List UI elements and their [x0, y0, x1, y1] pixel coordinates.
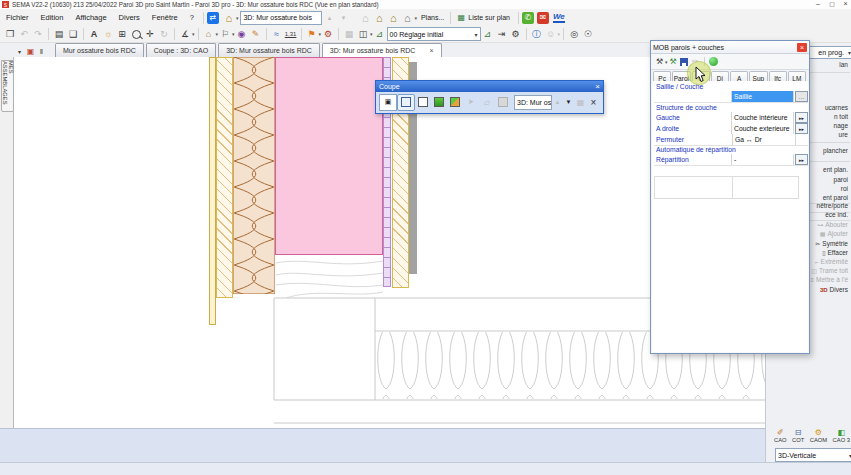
- rotate-view-icon[interactable]: ↻: [157, 27, 171, 41]
- menu-divers[interactable]: Divers: [113, 13, 146, 22]
- cao3d-mode-button[interactable]: ◧CAO 3: [833, 428, 850, 443]
- marker-pen-icon[interactable]: ✎: [249, 27, 263, 41]
- we-logo[interactable]: We: [553, 12, 565, 23]
- brightness-icon[interactable]: ☼: [101, 27, 115, 41]
- tool-ajouter[interactable]: ▦Ajouter: [820, 229, 848, 238]
- saillie-value-selected[interactable]: Saillie: [731, 91, 794, 102]
- cot-mode-button[interactable]: ⊟COT: [792, 428, 804, 443]
- sidebar-item-fenetre-porte[interactable]: nêtre/porte: [817, 201, 848, 210]
- sidebar-item-nage[interactable]: nage: [834, 121, 848, 130]
- info-panel-icon[interactable]: ⓘ: [530, 27, 544, 41]
- view-down-icon[interactable]: ▼: [336, 11, 350, 25]
- sidebar-item-paroi-2[interactable]: roi: [841, 184, 848, 193]
- axes-3d-export-icon[interactable]: ⊿: [481, 27, 495, 41]
- sidebar-item-ure[interactable]: ure: [839, 130, 848, 139]
- tool-effacer[interactable]: ▯Effacer: [822, 248, 848, 257]
- teamviewer-icon[interactable]: ⇄: [207, 12, 219, 24]
- storey-icon-1[interactable]: ⌂: [358, 11, 372, 25]
- export-icon[interactable]: ⇥: [495, 27, 509, 41]
- saillie-more-button[interactable]: …: [795, 91, 808, 102]
- snap-options-icon[interactable]: ☉: [581, 27, 595, 41]
- settings-gear-icon[interactable]: ⚙: [509, 27, 523, 41]
- axes-3d-icon[interactable]: ⊿: [373, 27, 387, 41]
- menu-affichage[interactable]: Affichage: [69, 13, 112, 22]
- repartition-value[interactable]: -: [731, 154, 794, 165]
- tab-coupe-3d-cao[interactable]: Coupe : 3D: CAO: [146, 43, 216, 57]
- storey-add-dropdown-arrow[interactable]: ▾: [414, 15, 417, 21]
- tool-trame-toit[interactable]: ◫Trame toit: [811, 266, 848, 275]
- measure-angle-icon[interactable]: ∡: [178, 27, 192, 41]
- assemblies-vertical-tab[interactable]: MES ASSEMBLAGES: [1, 60, 14, 112]
- minimize-button[interactable]: –: [812, 0, 824, 9]
- storey-icon-3[interactable]: ⌂: [386, 11, 400, 25]
- phone-support-icon[interactable]: ✆: [522, 12, 534, 24]
- sidebar-item-pan-toit[interactable]: n toit: [834, 112, 848, 121]
- tab-3d-mur-ossature-1[interactable]: 3D: Mur ossature bois RDC: [218, 43, 320, 57]
- coupe-title-bar[interactable]: Coupe ×: [376, 81, 603, 92]
- cao-mode-button[interactable]: ✐CAO: [774, 428, 787, 443]
- caom-mode-button[interactable]: ⚙CAOM: [810, 428, 827, 443]
- sidebar-item-element-plan[interactable]: ent plan.: [823, 165, 848, 174]
- tool-mettre-a-l[interactable]: ≡Mettre à l'é: [811, 275, 848, 284]
- redo-icon[interactable]: ↷: [31, 27, 45, 41]
- save-view-icon[interactable]: ▦: [342, 27, 356, 41]
- pan-move-icon[interactable]: ✛: [143, 27, 157, 41]
- view-mode-combo[interactable]: 3D-Verticale ▾: [775, 448, 851, 462]
- view-up-icon[interactable]: ▲: [322, 11, 336, 25]
- building-view-icon[interactable]: ⌂: [202, 27, 216, 41]
- coupe-close-icon[interactable]: ×: [595, 82, 600, 91]
- measure-dropdown-arrow[interactable]: ▾: [192, 31, 195, 37]
- close-button[interactable]: ×: [840, 0, 851, 9]
- view-selector-combo[interactable]: 3D: Mur ossature bois: [240, 11, 322, 25]
- coupe-select-box-icon[interactable]: ▣: [379, 94, 397, 111]
- menu-fichier[interactable]: Fichier: [0, 13, 35, 22]
- coupe-eraser-icon-disabled[interactable]: ▱: [479, 95, 495, 110]
- split-view-icon[interactable]: ‖: [36, 46, 47, 57]
- coupe-arrow-icon-disabled[interactable]: ➤: [463, 95, 479, 110]
- orange-flag-icon[interactable]: ⚑: [305, 27, 319, 41]
- plan-flag-icon[interactable]: ⚐: [218, 27, 232, 41]
- dialog-tool-icon-2[interactable]: ⚒: [668, 56, 679, 67]
- dialog-save-icon[interactable]: [679, 56, 690, 67]
- coupe-view-combo[interactable]: 3D: Mur ossature boi: [514, 95, 552, 110]
- a-droite-expand-button[interactable]: ▸▸: [795, 123, 808, 134]
- polyline-measure-icon[interactable]: ≈: [270, 27, 284, 41]
- a-droite-value[interactable]: Couche exterieure: [731, 123, 794, 134]
- zoom-page-icon[interactable]: ⊞: [115, 27, 129, 41]
- sidebar-item-piece-ind[interactable]: èce ind.: [825, 210, 848, 219]
- tab-list-dropdown-icon[interactable]: ▾: [14, 46, 25, 57]
- repartition-expand-button[interactable]: ▸▸: [795, 154, 808, 165]
- gauche-expand-button[interactable]: ▸▸: [795, 112, 808, 123]
- print-icon[interactable]: ▤: [52, 27, 66, 41]
- dialog-apply-green-icon[interactable]: [708, 56, 719, 67]
- open-folder-icon[interactable]: ❒: [3, 27, 17, 41]
- coupe-down-icon[interactable]: ▼: [563, 95, 574, 110]
- tool-gear-icon[interactable]: ⚙: [321, 27, 335, 41]
- print-preview-icon[interactable]: ❑: [66, 27, 80, 41]
- coupe-wireframe-cube-icon[interactable]: [397, 94, 415, 111]
- menu-fenetre[interactable]: Fenêtre: [146, 13, 184, 22]
- dialog-close-icon[interactable]: ×: [797, 43, 807, 52]
- tab-close-icon[interactable]: ×: [429, 47, 433, 54]
- undo-icon[interactable]: ↶: [17, 27, 31, 41]
- coupe-green-cube-icon[interactable]: [431, 95, 447, 110]
- maximize-button[interactable]: ▢: [826, 0, 838, 9]
- visibility-eye-icon[interactable]: ◉: [235, 27, 249, 41]
- settings-preset-combo[interactable]: 00 Réglage initial▾: [387, 27, 481, 41]
- menu-help[interactable]: ?: [184, 13, 200, 22]
- coupe-gray-cube-icon-disabled[interactable]: [495, 95, 511, 110]
- home-view-dropdown-arrow[interactable]: ▾: [236, 15, 239, 21]
- float-window-icon[interactable]: ▣: [25, 46, 36, 57]
- gauche-value[interactable]: Couche intérieure: [731, 112, 794, 123]
- coupe-white-cube-icon[interactable]: [415, 95, 431, 110]
- coupe-up-icon-disabled[interactable]: ▲: [552, 95, 563, 110]
- tab-mur-ossature-bois-rdc[interactable]: Mur ossature bois RDC: [55, 43, 144, 57]
- tool-divers-3d[interactable]: 3DDivers: [820, 285, 848, 294]
- liste-sur-plan-button[interactable]: Liste sur plan: [468, 14, 510, 21]
- text-format-icon[interactable]: A: [87, 27, 101, 41]
- tool-symetrie[interactable]: ✂Symétrie: [815, 239, 848, 248]
- binoculars-search-icon[interactable]: ◎: [567, 27, 581, 41]
- sidebar-item-lucarnes[interactable]: ucarnes: [825, 103, 848, 112]
- coupe-multicolor-cube-icon[interactable]: [447, 95, 463, 110]
- plans-button[interactable]: Plans...: [421, 14, 444, 21]
